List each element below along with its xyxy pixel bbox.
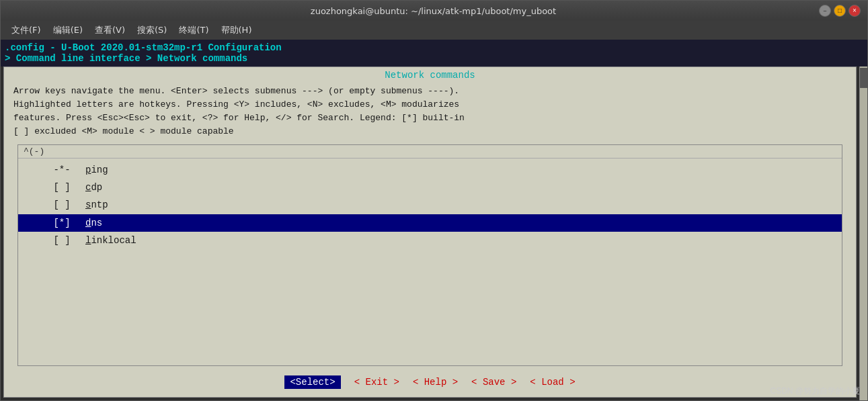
save-button[interactable]: < Save >	[471, 377, 516, 388]
help-button[interactable]: < Help >	[413, 377, 458, 388]
restore-button[interactable]: □	[834, 5, 846, 17]
menu-item-h[interactable]: 帮助(H)	[216, 23, 258, 38]
scrollbar-thumb[interactable]	[860, 68, 867, 88]
entry-label-sntp: sntp	[85, 197, 108, 212]
select-button[interactable]: <Select>	[284, 375, 340, 389]
entry-label-cdp: cdp	[85, 180, 102, 195]
breadcrumb-area: .config - U-Boot 2020.01-stm32mp-r1 Conf…	[1, 40, 867, 66]
menu-bar: 文件(F)编辑(E)查看(V)搜索(S)终端(T)帮助(H)	[1, 21, 867, 40]
menu-item-v[interactable]: 查看(V)	[89, 23, 130, 38]
window-title: zuozhongkai@ubuntu: ~/linux/atk-mp1/uboo…	[48, 6, 819, 16]
menu-box-title: ^(-)	[18, 145, 842, 159]
help-line-2: Highlighted letters are hotkeys. Pressin…	[13, 98, 846, 112]
menu-item-e[interactable]: 编辑(E)	[48, 23, 88, 38]
content-panel: Network commands Arrow keys navigate the…	[3, 66, 857, 398]
menu-entry-linklocal[interactable]: [ ]linklocal	[18, 232, 842, 249]
title-bar: zuozhongkai@ubuntu: ~/linux/atk-mp1/uboo…	[1, 1, 867, 21]
window-controls: – □ ×	[819, 5, 861, 17]
entry-bracket-ping: -*-	[45, 163, 79, 177]
watermark: CSDN @努力自学的小夏	[770, 386, 860, 397]
close-button[interactable]: ×	[849, 5, 861, 17]
config-line: .config - U-Boot 2020.01-stm32mp-r1 Conf…	[5, 42, 863, 53]
menu-entry-dns[interactable]: [*]dns	[18, 214, 842, 232]
terminal-window: zuozhongkai@ubuntu: ~/linux/atk-mp1/uboo…	[0, 0, 868, 401]
menu-item-s[interactable]: 搜索(S)	[132, 23, 172, 38]
help-line-3: features. Press <Esc><Esc> to exit, <?> …	[13, 112, 846, 125]
content-with-scroll: Network commands Arrow keys navigate the…	[1, 66, 867, 400]
entry-bracket-cdp: [ ]	[45, 180, 79, 195]
scrollbar[interactable]	[859, 66, 867, 400]
menu-entry-ping[interactable]: -*-ping	[18, 161, 842, 179]
button-bar: <Select> < Exit > < Help > < Save > < Lo…	[4, 369, 856, 397]
entry-bracket-linklocal: [ ]	[45, 233, 79, 248]
nav-line: > Command line interface > Network comma…	[5, 53, 863, 64]
menu-box: ^(-) -*-ping[ ]cdp[ ]sntp[*]dns[ ]linklo…	[17, 144, 842, 366]
exit-button[interactable]: < Exit >	[354, 377, 399, 388]
panel-title: Network commands	[4, 67, 856, 82]
menu-entry-cdp[interactable]: [ ]cdp	[18, 179, 842, 196]
help-text: Arrow keys navigate the menu. <Enter> se…	[4, 82, 856, 142]
terminal-content: .config - U-Boot 2020.01-stm32mp-r1 Conf…	[1, 40, 867, 400]
menu-entry-sntp[interactable]: [ ]sntp	[18, 196, 842, 214]
menu-item-t[interactable]: 终端(T)	[173, 23, 214, 38]
entry-label-linklocal: linklocal	[85, 233, 136, 248]
minimize-button[interactable]: –	[819, 5, 831, 17]
entry-label-dns: dns	[85, 216, 102, 230]
help-line-1: Arrow keys navigate the menu. <Enter> se…	[13, 85, 846, 98]
entry-label-ping: ping	[85, 163, 108, 177]
help-line-4: [ ] excluded <M> module < > module capab…	[13, 125, 846, 138]
entry-bracket-sntp: [ ]	[45, 197, 79, 212]
menu-item-f[interactable]: 文件(F)	[6, 23, 46, 38]
load-button[interactable]: < Load >	[530, 377, 575, 388]
content-main: Network commands Arrow keys navigate the…	[4, 67, 856, 397]
menu-entries: -*-ping[ ]cdp[ ]sntp[*]dns[ ]linklocal	[18, 159, 842, 253]
entry-bracket-dns: [*]	[45, 216, 79, 230]
